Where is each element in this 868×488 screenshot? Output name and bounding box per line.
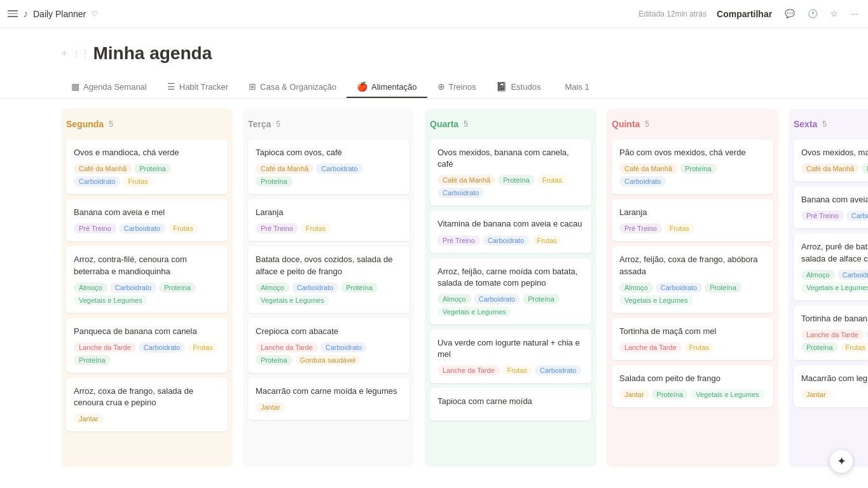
tag[interactable]: Frutas: [168, 223, 198, 234]
tag[interactable]: Proteína: [256, 176, 293, 186]
tag[interactable]: Frutas: [301, 223, 331, 234]
tag[interactable]: Frutas: [537, 175, 567, 185]
card[interactable]: Salada com peito de frangoJantarProteína…: [612, 365, 773, 407]
heart-icon[interactable]: ♡: [91, 10, 98, 18]
tag[interactable]: Carboidrato: [846, 211, 868, 221]
tag[interactable]: Vegetais e Legumes: [691, 389, 764, 400]
card[interactable]: Tapioca com carne moída: [430, 388, 591, 420]
tag[interactable]: Proteína: [159, 282, 196, 293]
tag[interactable]: Almoço: [801, 270, 835, 280]
tag[interactable]: Pré Treino: [256, 223, 298, 234]
tag[interactable]: Lanche da Tarde: [256, 342, 318, 352]
tag[interactable]: Frutas: [123, 176, 153, 186]
tag[interactable]: Jantar: [256, 402, 286, 412]
tag[interactable]: Jantar: [619, 389, 649, 400]
card[interactable]: Arroz, coxa de frango, salada de cenoura…: [66, 378, 228, 431]
tag[interactable]: Proteína: [862, 164, 868, 174]
card[interactable]: Ovos mexidos, mamão picado,Café da Manhã…: [794, 139, 868, 181]
tag[interactable]: Lanche da Tarde: [619, 342, 682, 352]
tab-treinos[interactable]: ⊕Treinos: [427, 76, 486, 98]
card[interactable]: Macarrão com carne moída e legumesJantar: [248, 378, 410, 420]
tag[interactable]: Proteína: [74, 355, 111, 365]
tag[interactable]: Frutas: [841, 342, 868, 352]
tag[interactable]: Carboidrato: [837, 270, 868, 280]
tag[interactable]: Jantar: [801, 389, 831, 400]
tag[interactable]: Lanche da Tarde: [801, 330, 864, 340]
tag[interactable]: Frutas: [532, 235, 561, 246]
tag[interactable]: Frutas: [188, 342, 217, 352]
tab-habit[interactable]: ☰Habit Tracker: [157, 76, 238, 98]
tag[interactable]: Proteína: [498, 175, 535, 185]
card[interactable]: LaranjaPré TreinoFrutas: [612, 199, 773, 241]
tag[interactable]: Gordura saudável: [295, 355, 361, 365]
add-block-button[interactable]: +: [61, 47, 68, 60]
tag[interactable]: Frutas: [502, 365, 532, 375]
card[interactable]: Vitamina de banana com aveia e cacauPré …: [430, 211, 591, 253]
tag[interactable]: Proteína: [256, 355, 293, 365]
tag[interactable]: Café da Manhã: [801, 164, 859, 174]
tag[interactable]: Proteína: [705, 282, 741, 293]
card[interactable]: Arroz, contra-filé, cenoura com beterrab…: [66, 246, 228, 312]
tag[interactable]: Vegetais e Legumes: [256, 295, 329, 305]
tag[interactable]: Proteína: [523, 294, 560, 304]
tag[interactable]: Pré Treino: [619, 223, 662, 234]
card[interactable]: Pão com ovos mexidos, chá verdeCafé da M…: [612, 139, 773, 194]
tag[interactable]: Vegetais e Legumes: [74, 295, 148, 305]
tag[interactable]: Vegetais e Legumes: [801, 282, 868, 293]
tag[interactable]: Carboidrato: [119, 223, 165, 234]
more-icon[interactable]: ···: [848, 6, 860, 21]
menu-icon[interactable]: [8, 10, 18, 17]
tag[interactable]: Vegetais e Legumes: [619, 295, 693, 305]
card[interactable]: Batata doce, ovos cozidos, salada de alf…: [248, 246, 410, 312]
card[interactable]: Macarrão com legumes, filé de frangoJant…: [794, 365, 868, 407]
comment-icon[interactable]: 💬: [782, 6, 797, 21]
tag[interactable]: Lanche da Tarde: [437, 365, 500, 375]
card[interactable]: Arroz, purê de batata, carne moída, sala…: [794, 234, 868, 300]
tag[interactable]: Carboidrato: [619, 176, 666, 186]
card[interactable]: Panqueca de banana com canelaLanche da T…: [66, 318, 228, 373]
star-icon[interactable]: ☆: [828, 6, 841, 21]
card[interactable]: Ovos e mandioca, chá verdeCafé da ManhãP…: [66, 139, 228, 194]
tag[interactable]: Pré Treino: [74, 223, 116, 234]
card[interactable]: Arroz, feijão, coxa de frango, abóbora a…: [612, 246, 773, 312]
tag[interactable]: Frutas: [665, 223, 694, 234]
card[interactable]: Tortinha de maçã com melLanche da TardeF…: [612, 318, 773, 360]
tag[interactable]: Proteína: [680, 164, 717, 174]
tag[interactable]: Carboidrato: [316, 164, 362, 174]
card[interactable]: Banana com aveia e melPré TreinoCarboidr…: [66, 199, 228, 241]
tag[interactable]: Carboidrato: [483, 235, 529, 246]
tab-alimentacao[interactable]: 🍎Alimentação: [347, 76, 427, 98]
tag[interactable]: Carboidrato: [74, 176, 120, 186]
card[interactable]: LaranjaPré TreinoFrutas: [248, 199, 410, 241]
tag[interactable]: Carboidrato: [474, 294, 520, 304]
tab-mais[interactable]: Mais 1: [551, 77, 599, 98]
drag-handle[interactable]: ⋮⋮: [72, 48, 90, 59]
tag[interactable]: Lanche da Tarde: [74, 342, 136, 352]
tab-casa[interactable]: ⊞Casa & Organização: [238, 76, 347, 98]
card[interactable]: Uva verde com iogurte natural + chia e m…: [430, 330, 591, 383]
tag[interactable]: Almoço: [256, 282, 289, 293]
tag[interactable]: Café da Manhã: [437, 175, 495, 185]
tag[interactable]: Proteína: [134, 164, 171, 174]
tag[interactable]: Pré Treino: [801, 211, 844, 221]
tag[interactable]: Café da Manhã: [256, 164, 313, 174]
share-button[interactable]: Compartilhar: [714, 6, 775, 22]
tag[interactable]: Café da Manhã: [74, 164, 132, 174]
tag[interactable]: Almoço: [437, 294, 471, 304]
tag[interactable]: Jantar: [74, 414, 104, 424]
tag[interactable]: Proteína: [341, 282, 378, 293]
tag[interactable]: Carboidrato: [292, 282, 338, 293]
tag[interactable]: Proteína: [801, 342, 838, 352]
card[interactable]: Tapioca com ovos, caféCafé da ManhãCarbo…: [248, 139, 410, 194]
tag[interactable]: Proteína: [652, 389, 689, 400]
tag[interactable]: Carboidrato: [139, 342, 185, 352]
tag[interactable]: Carboidrato: [110, 282, 156, 293]
card[interactable]: Tortinha de banana com canelaLanche da T…: [794, 305, 868, 360]
tag[interactable]: Carboidrato: [535, 365, 581, 375]
tag[interactable]: Carboidrato: [656, 282, 702, 293]
fab-button[interactable]: ✦: [830, 450, 853, 473]
card[interactable]: Ovos mexidos, banana com canela, caféCaf…: [430, 139, 591, 206]
tag[interactable]: Frutas: [684, 342, 714, 352]
tag[interactable]: Almoço: [74, 282, 107, 293]
tag[interactable]: Carboidrato: [320, 342, 367, 352]
